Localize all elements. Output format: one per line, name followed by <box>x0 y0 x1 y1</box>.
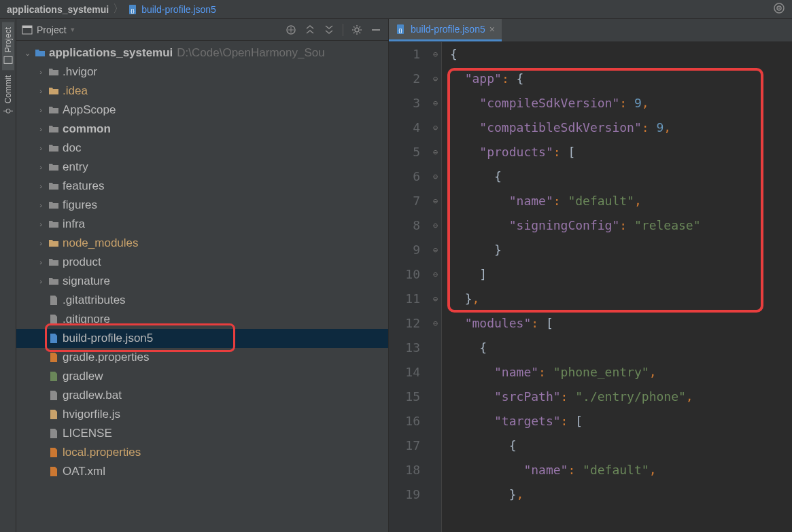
tree-item-label: doc <box>63 141 81 155</box>
code-line[interactable]: ] <box>450 262 792 287</box>
code-line[interactable]: "products": [ <box>450 140 792 164</box>
select-opened-file-button[interactable] <box>284 23 298 37</box>
line-number: 15 <box>389 385 420 409</box>
fold-marker[interactable]: ⊖ <box>430 164 441 189</box>
code-line[interactable]: "name": "default", <box>450 458 792 482</box>
fold-marker[interactable]: ⊖ <box>430 116 441 140</box>
project-tree[interactable]: ⌄applications_systemuiD:\Code\OpenHarmon… <box>16 41 388 532</box>
tree-item-label: OAT.xml <box>63 465 105 478</box>
tree-item-label: infra <box>63 217 85 231</box>
fold-gutter[interactable]: ⊖⊖⊖⊖⊖⊖⊖⊖⊖⊖⊖⊖ <box>430 42 442 532</box>
tree-item-label: build-profile.json5 <box>63 332 153 345</box>
editor-tab-label: build-profile.json5 <box>411 24 485 35</box>
tree-item-label: gradlew.bat <box>63 389 122 402</box>
tree-folder[interactable]: ›infra <box>16 215 388 234</box>
breadcrumb: applications_systemui 〉 {} build-profile… <box>0 0 792 19</box>
tree-file[interactable]: LICENSE <box>16 424 388 443</box>
rail-tab-project[interactable]: Project <box>2 22 14 70</box>
fold-marker[interactable]: ⊖ <box>430 311 441 336</box>
code-line[interactable]: "name": "default", <box>450 189 792 213</box>
tree-root-path: D:\Code\OpenHarmony_Sou <box>177 46 324 60</box>
tree-file[interactable]: OAT.xml <box>16 462 388 481</box>
tree-folder[interactable]: ›figures <box>16 196 388 215</box>
code-line[interactable]: { <box>450 433 792 458</box>
code-line[interactable]: }, <box>450 482 792 507</box>
tree-folder[interactable]: ›features <box>16 177 388 196</box>
line-number: 4 <box>389 116 420 140</box>
code-line[interactable]: "compatibleSdkVersion": 9, <box>450 116 792 140</box>
line-number: 2 <box>389 67 420 91</box>
tree-folder[interactable]: ›entry <box>16 158 388 177</box>
close-icon[interactable]: × <box>489 24 495 35</box>
code-line[interactable]: "app": { <box>450 67 792 91</box>
panel-settings-button[interactable] <box>350 23 364 37</box>
tree-file[interactable]: build-profile.json5 <box>16 329 388 348</box>
tree-file[interactable]: gradlew <box>16 367 388 386</box>
project-panel-header: Project ▾ <box>16 19 388 41</box>
line-number: 17 <box>389 433 420 458</box>
tree-item-label: product <box>63 255 101 269</box>
tree-folder[interactable]: ›.hvigor <box>16 63 388 82</box>
file-icon <box>48 446 60 459</box>
tree-item-label: LICENSE <box>63 427 112 440</box>
breadcrumb-root[interactable]: applications_systemui <box>7 4 109 15</box>
tree-file[interactable]: local.properties <box>16 443 388 462</box>
code-line[interactable]: "name": "phone_entry", <box>450 360 792 385</box>
tree-folder[interactable]: ›product <box>16 253 388 272</box>
code-line[interactable]: } <box>450 238 792 262</box>
line-number: 3 <box>389 91 420 116</box>
tree-folder[interactable]: ›.idea <box>16 82 388 101</box>
tree-item-label: entry <box>63 160 88 174</box>
folder-icon <box>48 237 60 249</box>
fold-marker[interactable]: ⊖ <box>430 287 441 311</box>
tree-folder[interactable]: ›common <box>16 120 388 139</box>
tree-file[interactable]: .gitattributes <box>16 291 388 310</box>
code-line[interactable]: "compileSdkVersion": 9, <box>450 91 792 116</box>
tree-folder[interactable]: ›AppScope <box>16 101 388 120</box>
code-line[interactable]: "signingConfig": "release" <box>450 213 792 238</box>
tree-folder[interactable]: ›signature <box>16 272 388 291</box>
code-line[interactable]: }, <box>450 287 792 311</box>
collapse-all-button[interactable] <box>322 23 336 37</box>
fold-marker[interactable]: ⊖ <box>430 238 441 262</box>
editor-tab-build-profile[interactable]: {} build-profile.json5 × <box>389 19 502 41</box>
code-line[interactable]: { <box>450 336 792 360</box>
fold-marker[interactable]: ⊖ <box>430 213 441 238</box>
breadcrumb-file[interactable]: {} build-profile.json5 <box>128 4 216 15</box>
svg-point-14 <box>355 28 359 32</box>
tree-folder[interactable]: ›doc <box>16 139 388 158</box>
svg-rect-5 <box>4 56 12 63</box>
project-view-selector[interactable]: Project ▾ <box>22 24 75 35</box>
fold-marker[interactable]: ⊖ <box>430 189 441 213</box>
tree-folder[interactable]: ›node_modules <box>16 234 388 253</box>
fold-marker[interactable]: ⊖ <box>430 91 441 116</box>
tree-item-label: node_modules <box>63 236 139 250</box>
target-icon[interactable] <box>773 2 785 16</box>
editor-tabs: {} build-profile.json5 × <box>389 19 792 42</box>
hide-panel-button[interactable] <box>369 23 383 37</box>
editor-area: {} build-profile.json5 × 123456789101112… <box>389 19 792 532</box>
tree-file[interactable]: gradle.properties <box>16 348 388 367</box>
expand-all-button[interactable] <box>303 23 317 37</box>
json-file-icon: {} <box>128 4 139 15</box>
fold-marker[interactable]: ⊖ <box>430 67 441 91</box>
code-line[interactable]: "srcPath": "./entry/phone", <box>450 385 792 409</box>
fold-marker[interactable]: ⊖ <box>430 262 441 287</box>
folder-icon <box>48 256 60 268</box>
fold-marker[interactable]: ⊖ <box>430 140 441 164</box>
code-line[interactable]: "targets": [ <box>450 409 792 433</box>
rail-tab-commit[interactable]: Commit <box>2 70 14 121</box>
folder-icon <box>48 66 60 78</box>
tree-file[interactable]: gradlew.bat <box>16 386 388 405</box>
tree-file[interactable]: hvigorfile.js <box>16 405 388 424</box>
tree-root[interactable]: ⌄applications_systemuiD:\Code\OpenHarmon… <box>16 43 388 63</box>
code-line[interactable]: { <box>450 164 792 189</box>
tree-file[interactable]: .gitignore <box>16 310 388 329</box>
code-line[interactable]: { <box>450 42 792 67</box>
tree-item-label: local.properties <box>63 446 141 459</box>
code-content[interactable]: { "app": { "compileSdkVersion": 9, "comp… <box>442 42 792 532</box>
module-icon <box>34 47 46 59</box>
fold-marker[interactable]: ⊖ <box>430 42 441 67</box>
editor-body[interactable]: 12345678910111213141516171819 ⊖⊖⊖⊖⊖⊖⊖⊖⊖⊖… <box>389 42 792 532</box>
code-line[interactable]: "modules": [ <box>450 311 792 336</box>
